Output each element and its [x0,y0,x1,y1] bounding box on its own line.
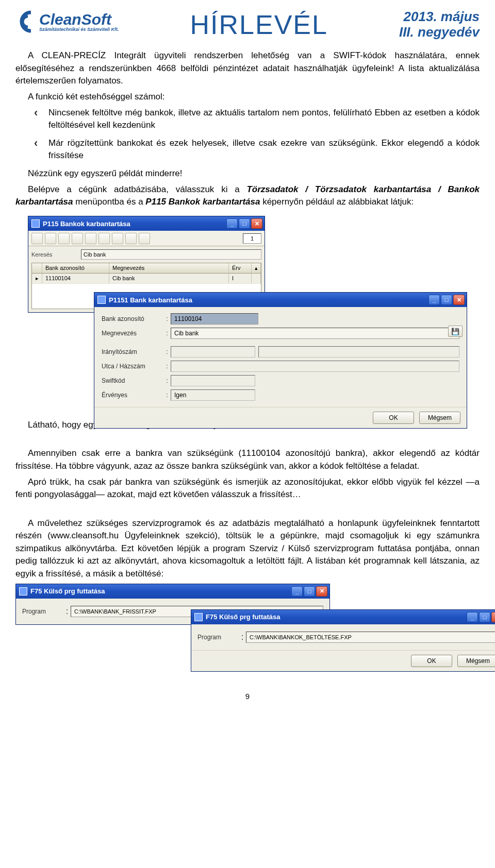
newsletter-title: HÍRLEVÉL [119,9,399,40]
paragraph-5: Amennyiben csak erre a bankra van szüksé… [15,447,480,472]
logo-icon [15,9,36,34]
cancel-button[interactable]: Mégsem [419,412,460,424]
cell-bank-id: 11100104 [42,274,109,283]
ok-button[interactable]: OK [373,412,414,424]
bank-id-input[interactable] [171,313,258,325]
program-label: Program [22,608,63,615]
maximize-button[interactable]: □ [239,218,250,229]
paragraph-6: Apró trükk, ha csak pár bankra van szüks… [15,476,480,501]
date-line1: 2013. május [399,9,480,25]
logo-text: CleanSoft [39,12,119,27]
toolbar-button[interactable] [72,233,83,244]
toolbar-button[interactable] [58,233,70,244]
close-button[interactable]: ✕ [316,586,327,597]
page-number: 9 [15,692,480,701]
valid-input[interactable] [171,389,255,401]
page-header: CleanSoft Számítástechnikai és Számvitel… [15,9,480,40]
newsletter-title-block: HÍRLEVÉL [119,9,399,40]
close-button[interactable]: ✕ [251,218,262,229]
name-label: Megnevezés [102,330,163,337]
window-f75-2: F75 Külső prg futtatása _ □ ✕ Program: O… [191,609,495,672]
paragraph-3b: Belépve a cégünk adatbázisába, válasszuk… [15,183,480,209]
scroll-up-icon[interactable]: ▴ [252,263,261,273]
zip-label: Irányítószám [102,348,163,355]
titlebar-p1151[interactable]: P1151 Bank karbantartása _ □ ✕ [94,293,467,307]
paragraph-7: A művelethez szükséges szervizprogramok … [15,517,480,581]
table-row[interactable]: ▸ 11100104 Cib bank I [32,274,261,284]
close-button[interactable]: ✕ [491,612,495,622]
screenshot-banks: P115 Bankok karbantartása _ □ ✕ 1 Keresé… [28,216,471,406]
logo-subtitle: Számítástechnikai és Számviteli Kft. [39,27,119,32]
toolbar-button[interactable] [98,233,110,244]
search-input[interactable] [81,249,261,260]
save-icon[interactable]: 💾 [448,326,463,337]
toolbar-button[interactable] [31,233,43,244]
logo-block: CleanSoft Számítástechnikai és Számvitel… [15,9,119,34]
article-body: A CLEAN-PRECÍZ Integrált ügyviteli rends… [15,49,480,209]
ok-button[interactable]: OK [411,655,452,667]
maximize-button[interactable]: □ [441,295,452,305]
bank-id-label: Bank azonosító [102,315,163,322]
cancel-button[interactable]: Mégsem [457,655,495,667]
search-row: Keresés [28,246,265,263]
swift-input[interactable] [171,375,255,386]
window-title: P115 Bankok karbantartása [43,220,130,228]
window-title: F75 Külső prg futtatása [206,613,280,621]
grid-header: Bank azonosító Megnevezés Érv ▴ [32,263,261,274]
maximize-button[interactable]: □ [304,586,315,597]
swift-label: Swiftkód [102,377,163,384]
paragraph-2: A funkció két estehőséggel számol: [15,91,480,104]
row-marker-icon: ▸ [32,274,42,283]
titlebar-f75-2[interactable]: F75 Külső prg futtatása _ □ ✕ [191,610,495,624]
toolbar-button[interactable] [45,233,56,244]
minimize-button[interactable]: _ [428,295,440,305]
toolbar-button[interactable] [112,233,123,244]
col-valid[interactable]: Érv [229,263,252,273]
window-p1151: P1151 Bank karbantartása _ □ ✕ 💾 Bank az… [94,292,467,429]
program-label: Program [197,634,239,641]
button-row: OK Mégsem [94,407,467,428]
window-title: F75 Külső prg futtatása [30,587,105,595]
cell-valid: I [229,274,252,283]
article-body-2: Látható, hogy egy bank van rögzítve, az … [15,419,480,581]
bullet-item: Nincsenek feltöltve még bankok, illetve … [34,107,480,132]
screen-name: P115 Bankok karbantartása [145,197,260,207]
col-name[interactable]: Megnevezés [109,263,229,273]
titlebar-f75-1[interactable]: F75 Külső prg futtatása _ □ ✕ [16,584,329,599]
street-label: Utca / Házszám [102,363,163,370]
window-icon [19,587,27,595]
program-row: Program: [191,624,495,650]
maximize-button[interactable]: □ [479,612,490,622]
col-bank-id[interactable]: Bank azonosító [42,263,109,273]
bullet-list: Nincsenek feltöltve még bankok, illetve … [34,107,480,163]
street-input[interactable] [171,361,459,372]
date-line2: III. negyedév [399,25,480,40]
button-row: OK Mégsem [191,650,495,671]
cell-name: Cib bank [109,274,229,283]
titlebar-p115[interactable]: P115 Bankok karbantartása _ □ ✕ [28,216,265,231]
window-icon [97,296,106,304]
minimize-button[interactable]: _ [291,586,303,597]
window-icon [31,219,40,228]
toolbar-button[interactable] [85,233,96,244]
minimize-button[interactable]: _ [467,612,478,622]
city-input[interactable] [258,346,459,358]
toolbar: 1 [28,231,265,246]
name-input[interactable] [171,328,459,339]
close-button[interactable]: ✕ [453,295,465,305]
page-indicator[interactable]: 1 [243,233,261,244]
text-span: Belépve a cégünk adatbázisába, válasszuk… [28,184,246,194]
toolbar-button[interactable] [139,233,150,244]
valid-label: Érvényes [102,392,163,399]
zip-input[interactable] [171,346,255,358]
window-icon [194,613,203,621]
screenshot-external-prg: F75 Külső prg futtatása _ □ ✕ Program: F… [15,584,480,687]
paragraph-1: A CLEAN-PRECÍZ Integrált ügyviteli rends… [15,49,480,88]
toolbar-button[interactable] [125,233,137,244]
program-path-input[interactable] [246,632,495,643]
text-span: menüpontba és a [73,197,146,207]
bullet-item: Már rögzítettünk bankokat és ezek helyes… [34,137,480,162]
search-label: Keresés [31,251,78,258]
minimize-button[interactable]: _ [226,218,238,229]
paragraph-3a: Nézzünk egy egyszerű példát minderre! [15,167,480,180]
